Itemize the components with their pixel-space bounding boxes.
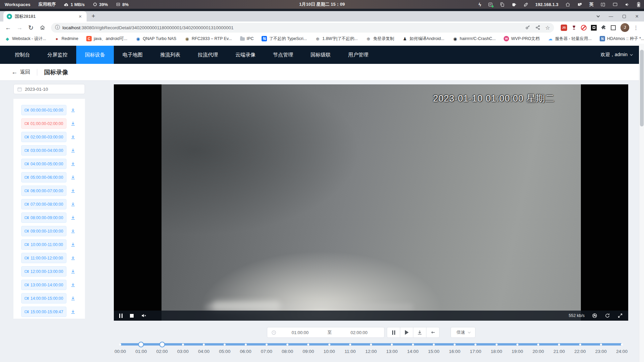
nav-tab-9[interactable]: 用户管理 bbox=[339, 46, 377, 64]
bookmark-item[interactable]: ●Redmine bbox=[54, 36, 78, 41]
bookmark-star-icon[interactable]: ☆ bbox=[545, 25, 550, 31]
profile-avatar[interactable]: J bbox=[620, 23, 629, 32]
applications-button[interactable]: 应用程序 bbox=[38, 1, 56, 7]
snapshot-aperture-icon[interactable] bbox=[592, 313, 597, 318]
download-icon[interactable] bbox=[71, 108, 76, 113]
bookmark-item[interactable]: ☁服务器 - 轻量应用... bbox=[548, 36, 592, 42]
record-item[interactable]: 04:00:00-05:00:00 bbox=[21, 159, 66, 169]
nav-tab-1[interactable]: 分屏监控 bbox=[39, 46, 76, 64]
fullscreen-icon[interactable] bbox=[617, 313, 623, 318]
browser-home-icon[interactable] bbox=[38, 23, 47, 32]
stop-icon[interactable] bbox=[130, 314, 134, 318]
volume-icon[interactable] bbox=[625, 2, 630, 7]
timeline-track[interactable] bbox=[120, 343, 622, 346]
record-item[interactable]: 01:00:00-02:00:00 bbox=[21, 118, 66, 129]
workspaces-button[interactable]: Workspaces bbox=[5, 2, 30, 7]
record-item[interactable]: 02:00:00-03:00:00 bbox=[21, 132, 66, 142]
tab-search-chevron-icon[interactable] bbox=[597, 14, 600, 17]
battery-icon[interactable] bbox=[637, 2, 641, 7]
new-tab-button[interactable]: + bbox=[89, 11, 98, 21]
date-input[interactable] bbox=[25, 87, 75, 92]
url-bar[interactable]: ⓘ localhost :38080/#/gbRecordDetail/3402… bbox=[51, 23, 554, 33]
refresh-icon[interactable] bbox=[605, 313, 610, 318]
record-item[interactable]: 03:00:00-04:00:00 bbox=[21, 145, 66, 156]
record-item[interactable]: 13:00:00-14:00:00 bbox=[21, 280, 66, 290]
display-icon[interactable] bbox=[612, 2, 618, 7]
download-icon[interactable] bbox=[71, 269, 76, 274]
ext-blocker[interactable] bbox=[581, 25, 587, 31]
download-icon[interactable] bbox=[71, 296, 76, 301]
download-icon[interactable] bbox=[71, 202, 76, 207]
download-icon[interactable] bbox=[71, 121, 76, 126]
download-icon[interactable] bbox=[71, 215, 76, 220]
download-icon[interactable] bbox=[71, 134, 76, 139]
home-icon[interactable] bbox=[565, 2, 570, 7]
download-icon[interactable] bbox=[71, 161, 76, 166]
record-item[interactable]: 05:00:00-06:00:00 bbox=[21, 172, 66, 183]
nav-tab-2[interactable]: 国标设备 bbox=[76, 46, 114, 64]
download-icon[interactable] bbox=[71, 309, 76, 314]
bookmark-item[interactable]: Cjava、android可... bbox=[86, 36, 127, 42]
nav-tab-8[interactable]: 国标级联 bbox=[302, 46, 339, 64]
scrollbar-thumb[interactable] bbox=[640, 50, 644, 126]
timeline-handle[interactable] bbox=[138, 341, 144, 347]
download-icon[interactable] bbox=[71, 242, 76, 247]
coffee-icon[interactable] bbox=[511, 2, 517, 7]
bookmark-item[interactable]: IPC bbox=[240, 36, 254, 41]
download-icon[interactable] bbox=[71, 175, 76, 180]
back-button[interactable]: ← 返回 bbox=[11, 69, 30, 76]
download-icon[interactable] bbox=[71, 255, 76, 260]
date-picker[interactable] bbox=[13, 84, 85, 94]
download-button[interactable] bbox=[413, 327, 426, 338]
speed-dropdown[interactable]: 倍速 bbox=[451, 327, 475, 338]
record-item[interactable]: 07:00:00-08:00:00 bbox=[21, 199, 66, 209]
input-method-indicator[interactable]: 英 bbox=[589, 1, 594, 7]
bookmark-item[interactable]: WWVP-PRO文档 bbox=[504, 36, 540, 42]
nav-tab-5[interactable]: 拉流代理 bbox=[189, 46, 227, 64]
user-menu[interactable]: 欢迎，admin bbox=[601, 52, 632, 58]
cpu-indicator[interactable]: 39% bbox=[93, 2, 108, 7]
nav-tab-6[interactable]: 云端录像 bbox=[227, 46, 264, 64]
download-icon[interactable] bbox=[71, 282, 76, 287]
bookmark-item[interactable]: ♟如何编译Android... bbox=[402, 36, 445, 42]
clock-menu[interactable]: 1月10日 星期二 15：09 bbox=[299, 1, 345, 7]
ext-puzzle[interactable] bbox=[601, 25, 606, 30]
nav-tab-0[interactable]: 控制台 bbox=[6, 46, 39, 64]
lightning-icon[interactable]: ϟ bbox=[478, 2, 481, 7]
ext-js[interactable]: JS bbox=[561, 25, 567, 31]
download-icon[interactable] bbox=[71, 229, 76, 234]
window-restore-button[interactable] bbox=[623, 15, 626, 18]
record-item[interactable]: 12:00:00-13:00:00 bbox=[21, 266, 66, 277]
bookmark-item[interactable]: ◉RFC2833 – RTP Ev... bbox=[184, 36, 232, 41]
nav-tab-3[interactable]: 电子地图 bbox=[114, 46, 151, 64]
bookmark-item[interactable]: ◉QNAP Turbo NAS bbox=[135, 36, 176, 41]
record-item[interactable]: 11:00:00-12:00:00 bbox=[21, 253, 66, 263]
password-key-icon[interactable] bbox=[525, 25, 531, 30]
record-item[interactable]: 06:00:00-07:00:00 bbox=[21, 186, 66, 196]
ext-frame[interactable] bbox=[611, 25, 616, 30]
seek-back-button[interactable] bbox=[426, 327, 440, 338]
start-time-value[interactable]: 01:00:00 bbox=[276, 330, 324, 335]
mute-icon[interactable] bbox=[141, 313, 147, 318]
record-item[interactable]: 15:00:00-15:09:47 bbox=[21, 307, 66, 317]
record-item[interactable]: 10:00:00-11:00:00 bbox=[21, 239, 66, 250]
record-item[interactable]: 08:00:00-09:00:00 bbox=[21, 212, 66, 223]
phonelink-icon[interactable] bbox=[600, 2, 606, 7]
bookmark-item[interactable]: ◆Webstack - 设计... bbox=[5, 36, 46, 42]
nav-tab-7[interactable]: 节点管理 bbox=[264, 46, 302, 64]
copy-icon[interactable] bbox=[500, 2, 505, 7]
pause-button[interactable] bbox=[387, 327, 400, 338]
bookmark-item[interactable]: ⊕1.8W字|了不起的... bbox=[315, 36, 358, 42]
ext-dark-square[interactable] bbox=[591, 25, 597, 31]
site-info-icon[interactable]: ⓘ bbox=[55, 25, 60, 31]
browser-tab[interactable]: 国标28181 × bbox=[3, 11, 87, 22]
record-item[interactable]: 00:00:00-01:00:00 bbox=[21, 105, 66, 115]
download-icon[interactable] bbox=[71, 188, 76, 193]
tab-close-icon[interactable]: × bbox=[77, 13, 83, 19]
end-time-value[interactable]: 02:00:00 bbox=[335, 330, 383, 335]
video-player[interactable]: 2023-01-10 01:00:00 星期二 552 kb/s bbox=[114, 84, 628, 321]
nav-tab-4[interactable]: 推流列表 bbox=[151, 46, 189, 64]
pause-icon[interactable] bbox=[119, 314, 123, 318]
timeline-handle[interactable] bbox=[159, 341, 165, 347]
bookmark-item[interactable]: 知了不起的 TypeScri... bbox=[262, 36, 307, 42]
